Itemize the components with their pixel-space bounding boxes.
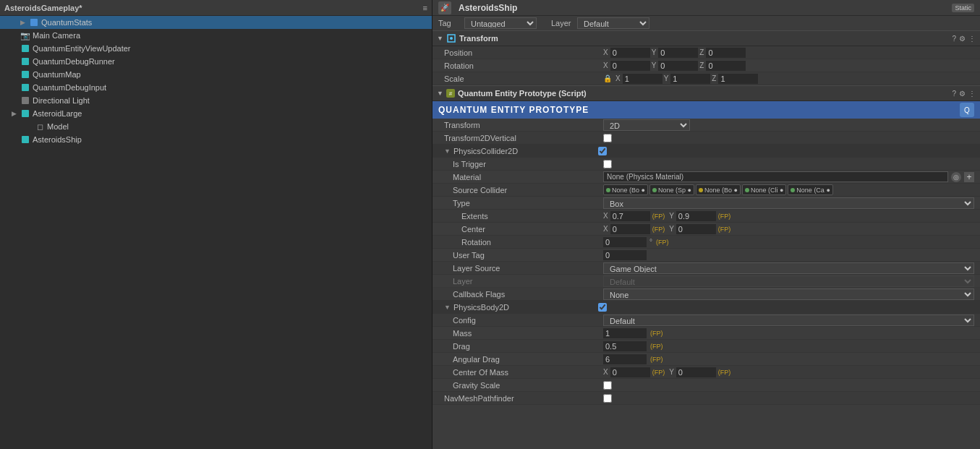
collider-fold-arrow[interactable]: ▼ bbox=[444, 147, 451, 155]
overflow-icon[interactable]: ⋮ bbox=[968, 90, 976, 98]
hierarchy-item-label: QuantumDebugRunner bbox=[33, 57, 115, 66]
com-y[interactable] bbox=[676, 367, 716, 377]
hierarchy-item-label: QuantumMap bbox=[33, 70, 81, 79]
user-tag-field[interactable] bbox=[603, 250, 647, 260]
fold-arrow-qep: ▼ bbox=[437, 90, 443, 97]
hierarchy-menu-icon[interactable]: ≡ bbox=[423, 4, 427, 12]
body-fold-arrow[interactable]: ▼ bbox=[444, 304, 451, 311]
qep-section-header[interactable]: ▼ # Quantum Entity Prototype (Script) ? … bbox=[433, 85, 980, 101]
collider-pill-4[interactable]: None (Cli ● bbox=[742, 184, 786, 195]
is-trigger-checkbox[interactable] bbox=[603, 160, 612, 168]
gravity-scale-checkbox[interactable] bbox=[603, 381, 612, 390]
material-field[interactable] bbox=[603, 171, 948, 182]
angular-drag-value-row: (FP) bbox=[603, 354, 663, 364]
position-label: Position bbox=[444, 48, 603, 57]
mass-row: Mass (FP) bbox=[433, 327, 980, 340]
static-badge[interactable]: Static bbox=[952, 4, 974, 12]
extents-row: Extents X (FP) Y (FP) bbox=[433, 210, 980, 223]
hierarchy-item-asteroids-ship[interactable]: AsteroidsShip bbox=[0, 133, 432, 146]
hierarchy-item-entity-view[interactable]: QuantumEntityViewUpdater bbox=[0, 42, 432, 55]
physics-collider-row: ▼ PhysicsCollider2D bbox=[433, 145, 980, 158]
collider-rotation-value-row: ° (FP) bbox=[603, 237, 974, 247]
transform-section-header[interactable]: ▼ Transform ? ⚙ ⋮ bbox=[433, 30, 980, 46]
material-select-btn[interactable]: ◎ bbox=[951, 172, 961, 182]
layer-dropdown[interactable]: Default bbox=[577, 17, 649, 29]
type-select[interactable]: Box bbox=[603, 197, 974, 209]
scale-z[interactable] bbox=[718, 74, 758, 84]
scale-row: Scale 🔒 X Y Z bbox=[433, 72, 980, 85]
collider-pill-3[interactable]: None (Bo ● bbox=[696, 184, 741, 195]
extents-label: Extents bbox=[444, 212, 603, 221]
hierarchy-item-main-camera[interactable]: 📷 Main Camera bbox=[0, 29, 432, 42]
physics-body-checkbox[interactable] bbox=[598, 303, 607, 312]
help-icon[interactable]: ? bbox=[952, 35, 956, 43]
rotation-x[interactable] bbox=[610, 61, 650, 71]
type-row: Type Box bbox=[433, 197, 980, 210]
expand-icon: ▶ bbox=[20, 19, 29, 26]
hierarchy-header: AsteroidsGameplay* ≡ bbox=[0, 0, 432, 16]
transform2d-vertical-checkbox[interactable] bbox=[603, 134, 612, 142]
hierarchy-item-quantum-map[interactable]: QuantumMap bbox=[0, 68, 432, 81]
callback-flags-select[interactable]: None bbox=[603, 288, 974, 300]
position-y[interactable] bbox=[658, 48, 698, 58]
material-add-btn[interactable]: + bbox=[964, 172, 974, 182]
scale-y[interactable] bbox=[670, 74, 710, 84]
settings-icon[interactable]: ⚙ bbox=[959, 90, 966, 98]
script-icon bbox=[20, 43, 30, 54]
hierarchy-item-label: QuantumDebugInput bbox=[33, 83, 106, 92]
hierarchy-item-label: Directional Light bbox=[33, 96, 90, 105]
extents-x[interactable] bbox=[610, 211, 650, 221]
y-label: Y bbox=[664, 74, 669, 82]
position-xyz: X Y Z bbox=[603, 48, 746, 58]
tag-dropdown[interactable]: Untagged bbox=[464, 17, 537, 29]
hierarchy-item-debug-input[interactable]: QuantumDebugInput bbox=[0, 81, 432, 94]
qep-blue-header: QUANTUM ENTITY PROTOTYPE Q bbox=[433, 101, 980, 119]
settings-icon[interactable]: ⚙ bbox=[959, 35, 966, 43]
mesh-icon: ◻ bbox=[35, 121, 45, 132]
extents-y[interactable] bbox=[676, 211, 716, 221]
angular-drag-field[interactable] bbox=[603, 354, 647, 364]
rotation-y[interactable] bbox=[658, 61, 698, 71]
overflow-icon[interactable]: ⋮ bbox=[968, 35, 976, 43]
extents-xy: X (FP) Y (FP) bbox=[603, 211, 730, 221]
collider-pill-1[interactable]: None (Bo ● bbox=[603, 184, 648, 195]
y-label: Y bbox=[652, 48, 657, 56]
collider-rotation-row: Rotation ° (FP) bbox=[433, 236, 980, 249]
layer-select[interactable]: Default bbox=[603, 275, 974, 287]
position-z[interactable] bbox=[706, 48, 746, 58]
hierarchy-item-debug-runner[interactable]: QuantumDebugRunner bbox=[0, 55, 432, 68]
scale-x[interactable] bbox=[623, 74, 662, 84]
navmesh-checkbox[interactable] bbox=[603, 394, 612, 403]
script-icon bbox=[20, 69, 30, 80]
position-x[interactable] bbox=[610, 48, 650, 58]
physics-collider-checkbox[interactable] bbox=[598, 147, 607, 155]
user-tag-label: User Tag bbox=[444, 251, 603, 260]
hierarchy-item-quantum-stats[interactable]: ▶ QuantumStats bbox=[0, 16, 432, 29]
hierarchy-item-dir-light[interactable]: Directional Light bbox=[0, 94, 432, 107]
center-x[interactable] bbox=[610, 224, 650, 234]
collider-pill-5[interactable]: None (Ca ● bbox=[788, 184, 832, 195]
component-icon bbox=[29, 17, 39, 27]
mass-field[interactable] bbox=[603, 328, 647, 338]
transform-title: Transform bbox=[459, 34, 953, 43]
z-label: Z bbox=[699, 61, 704, 69]
hierarchy-item-label: Model bbox=[47, 122, 69, 131]
layer-source-select[interactable]: Game Object bbox=[603, 262, 974, 274]
hierarchy-item-asteroid-large[interactable]: ▶ AsteroidLarge bbox=[0, 107, 432, 120]
com-x[interactable] bbox=[610, 367, 650, 377]
collider-pill-2[interactable]: None (Sp ● bbox=[649, 184, 694, 195]
layer-row: Layer Default bbox=[433, 275, 980, 288]
hierarchy-item-model[interactable]: ◻ Model bbox=[0, 120, 432, 133]
fp-badge: (FP) bbox=[650, 330, 663, 337]
x-label: X bbox=[603, 212, 608, 220]
config-select[interactable]: Default bbox=[603, 315, 974, 326]
rotation-label: Rotation bbox=[444, 61, 603, 70]
collider-rotation-field[interactable] bbox=[603, 237, 647, 247]
drag-field[interactable] bbox=[603, 341, 647, 351]
position-row: Position X Y Z bbox=[433, 46, 980, 59]
drag-row: Drag (FP) bbox=[433, 340, 980, 353]
center-y[interactable] bbox=[676, 224, 716, 234]
help-icon[interactable]: ? bbox=[952, 90, 956, 98]
rotation-z[interactable] bbox=[706, 61, 746, 71]
transform-select[interactable]: 2D bbox=[603, 119, 690, 131]
